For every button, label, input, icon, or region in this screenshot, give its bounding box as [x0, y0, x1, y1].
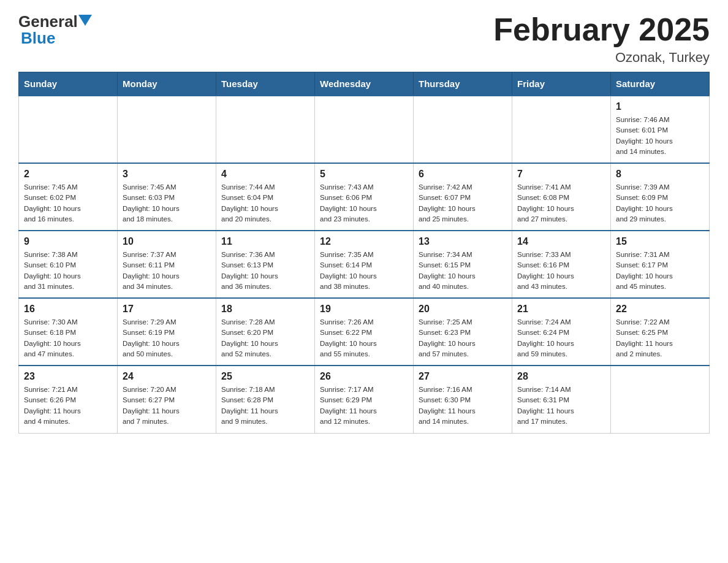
weekday-header-friday: Friday	[512, 72, 611, 96]
day-info: Sunrise: 7:20 AM Sunset: 6:27 PM Dayligh…	[123, 385, 211, 427]
day-number: 10	[123, 236, 211, 247]
week-row-5: 23Sunrise: 7:21 AM Sunset: 6:26 PM Dayli…	[19, 366, 710, 433]
calendar-header-row: SundayMondayTuesdayWednesdayThursdayFrid…	[19, 72, 710, 96]
day-info: Sunrise: 7:36 AM Sunset: 6:13 PM Dayligh…	[221, 250, 309, 292]
calendar-cell	[315, 96, 414, 163]
calendar-cell: 12Sunrise: 7:35 AM Sunset: 6:14 PM Dayli…	[315, 231, 414, 298]
calendar-cell: 5Sunrise: 7:43 AM Sunset: 6:06 PM Daylig…	[315, 163, 414, 231]
calendar-cell: 8Sunrise: 7:39 AM Sunset: 6:09 PM Daylig…	[611, 163, 710, 231]
day-number: 24	[123, 371, 211, 382]
day-info: Sunrise: 7:45 AM Sunset: 6:03 PM Dayligh…	[123, 182, 211, 224]
day-info: Sunrise: 7:37 AM Sunset: 6:11 PM Dayligh…	[123, 250, 211, 292]
calendar-cell: 2Sunrise: 7:45 AM Sunset: 6:02 PM Daylig…	[19, 163, 118, 231]
day-number: 18	[221, 304, 309, 315]
calendar-cell	[512, 96, 611, 163]
day-info: Sunrise: 7:18 AM Sunset: 6:28 PM Dayligh…	[221, 385, 309, 427]
logo-blue: Blue	[18, 29, 55, 48]
calendar-cell: 11Sunrise: 7:36 AM Sunset: 6:13 PM Dayli…	[216, 231, 315, 298]
calendar-table: SundayMondayTuesdayWednesdayThursdayFrid…	[18, 72, 710, 434]
title-area: February 2025 Ozonak, Turkey	[493, 12, 710, 66]
day-number: 11	[221, 236, 309, 247]
day-info: Sunrise: 7:30 AM Sunset: 6:18 PM Dayligh…	[24, 317, 112, 359]
day-info: Sunrise: 7:45 AM Sunset: 6:02 PM Dayligh…	[24, 182, 112, 224]
calendar-cell: 13Sunrise: 7:34 AM Sunset: 6:15 PM Dayli…	[414, 231, 512, 298]
logo-triangle-icon	[78, 15, 92, 26]
day-number: 13	[419, 236, 507, 247]
calendar-cell: 24Sunrise: 7:20 AM Sunset: 6:27 PM Dayli…	[118, 366, 216, 433]
calendar-cell: 3Sunrise: 7:45 AM Sunset: 6:03 PM Daylig…	[118, 163, 216, 231]
calendar-cell	[118, 96, 216, 163]
day-info: Sunrise: 7:25 AM Sunset: 6:23 PM Dayligh…	[419, 317, 507, 359]
day-number: 17	[123, 304, 211, 315]
day-info: Sunrise: 7:14 AM Sunset: 6:31 PM Dayligh…	[517, 385, 605, 427]
weekday-header-saturday: Saturday	[611, 72, 710, 96]
day-info: Sunrise: 7:22 AM Sunset: 6:25 PM Dayligh…	[616, 317, 704, 359]
day-info: Sunrise: 7:26 AM Sunset: 6:22 PM Dayligh…	[320, 317, 408, 359]
calendar-cell: 4Sunrise: 7:44 AM Sunset: 6:04 PM Daylig…	[216, 163, 315, 231]
day-number: 1	[616, 101, 704, 112]
day-number: 14	[517, 236, 605, 247]
day-number: 22	[616, 304, 704, 315]
day-info: Sunrise: 7:29 AM Sunset: 6:19 PM Dayligh…	[123, 317, 211, 359]
calendar-cell: 6Sunrise: 7:42 AM Sunset: 6:07 PM Daylig…	[414, 163, 512, 231]
day-info: Sunrise: 7:24 AM Sunset: 6:24 PM Dayligh…	[517, 317, 605, 359]
day-number: 16	[24, 304, 112, 315]
day-number: 23	[24, 371, 112, 382]
calendar-cell: 7Sunrise: 7:41 AM Sunset: 6:08 PM Daylig…	[512, 163, 611, 231]
day-info: Sunrise: 7:33 AM Sunset: 6:16 PM Dayligh…	[517, 250, 605, 292]
calendar-cell: 21Sunrise: 7:24 AM Sunset: 6:24 PM Dayli…	[512, 298, 611, 366]
calendar-cell: 25Sunrise: 7:18 AM Sunset: 6:28 PM Dayli…	[216, 366, 315, 433]
calendar-cell	[216, 96, 315, 163]
week-row-1: 1Sunrise: 7:46 AM Sunset: 6:01 PM Daylig…	[19, 96, 710, 163]
logo: General Blue	[18, 12, 92, 48]
calendar-cell: 16Sunrise: 7:30 AM Sunset: 6:18 PM Dayli…	[19, 298, 118, 366]
calendar-cell: 28Sunrise: 7:14 AM Sunset: 6:31 PM Dayli…	[512, 366, 611, 433]
calendar-cell: 9Sunrise: 7:38 AM Sunset: 6:10 PM Daylig…	[19, 231, 118, 298]
weekday-header-thursday: Thursday	[414, 72, 512, 96]
day-info: Sunrise: 7:17 AM Sunset: 6:29 PM Dayligh…	[320, 385, 408, 427]
calendar-cell: 18Sunrise: 7:28 AM Sunset: 6:20 PM Dayli…	[216, 298, 315, 366]
week-row-3: 9Sunrise: 7:38 AM Sunset: 6:10 PM Daylig…	[19, 231, 710, 298]
day-info: Sunrise: 7:21 AM Sunset: 6:26 PM Dayligh…	[24, 385, 112, 427]
day-number: 27	[419, 371, 507, 382]
page-header: General Blue February 2025 Ozonak, Turke…	[18, 12, 710, 66]
day-info: Sunrise: 7:44 AM Sunset: 6:04 PM Dayligh…	[221, 182, 309, 224]
day-number: 20	[419, 304, 507, 315]
calendar-cell	[19, 96, 118, 163]
day-info: Sunrise: 7:28 AM Sunset: 6:20 PM Dayligh…	[221, 317, 309, 359]
svg-marker-0	[78, 15, 92, 26]
day-number: 12	[320, 236, 408, 247]
calendar-cell: 26Sunrise: 7:17 AM Sunset: 6:29 PM Dayli…	[315, 366, 414, 433]
calendar-cell: 20Sunrise: 7:25 AM Sunset: 6:23 PM Dayli…	[414, 298, 512, 366]
day-number: 19	[320, 304, 408, 315]
day-number: 21	[517, 304, 605, 315]
weekday-header-wednesday: Wednesday	[315, 72, 414, 96]
weekday-header-sunday: Sunday	[19, 72, 118, 96]
day-info: Sunrise: 7:43 AM Sunset: 6:06 PM Dayligh…	[320, 182, 408, 224]
location: Ozonak, Turkey	[493, 50, 710, 66]
day-number: 28	[517, 371, 605, 382]
calendar-cell: 22Sunrise: 7:22 AM Sunset: 6:25 PM Dayli…	[611, 298, 710, 366]
day-number: 3	[123, 169, 211, 180]
calendar-cell: 1Sunrise: 7:46 AM Sunset: 6:01 PM Daylig…	[611, 96, 710, 163]
calendar-cell: 27Sunrise: 7:16 AM Sunset: 6:30 PM Dayli…	[414, 366, 512, 433]
weekday-header-tuesday: Tuesday	[216, 72, 315, 96]
day-info: Sunrise: 7:41 AM Sunset: 6:08 PM Dayligh…	[517, 182, 605, 224]
calendar-cell	[414, 96, 512, 163]
day-info: Sunrise: 7:34 AM Sunset: 6:15 PM Dayligh…	[419, 250, 507, 292]
week-row-2: 2Sunrise: 7:45 AM Sunset: 6:02 PM Daylig…	[19, 163, 710, 231]
day-number: 7	[517, 169, 605, 180]
calendar-cell	[611, 366, 710, 433]
week-row-4: 16Sunrise: 7:30 AM Sunset: 6:18 PM Dayli…	[19, 298, 710, 366]
day-info: Sunrise: 7:38 AM Sunset: 6:10 PM Dayligh…	[24, 250, 112, 292]
calendar-cell: 10Sunrise: 7:37 AM Sunset: 6:11 PM Dayli…	[118, 231, 216, 298]
calendar-cell: 19Sunrise: 7:26 AM Sunset: 6:22 PM Dayli…	[315, 298, 414, 366]
day-info: Sunrise: 7:42 AM Sunset: 6:07 PM Dayligh…	[419, 182, 507, 224]
calendar-cell: 14Sunrise: 7:33 AM Sunset: 6:16 PM Dayli…	[512, 231, 611, 298]
day-info: Sunrise: 7:16 AM Sunset: 6:30 PM Dayligh…	[419, 385, 507, 427]
calendar-cell: 23Sunrise: 7:21 AM Sunset: 6:26 PM Dayli…	[19, 366, 118, 433]
day-number: 6	[419, 169, 507, 180]
day-info: Sunrise: 7:46 AM Sunset: 6:01 PM Dayligh…	[616, 115, 704, 157]
day-info: Sunrise: 7:35 AM Sunset: 6:14 PM Dayligh…	[320, 250, 408, 292]
weekday-header-monday: Monday	[118, 72, 216, 96]
